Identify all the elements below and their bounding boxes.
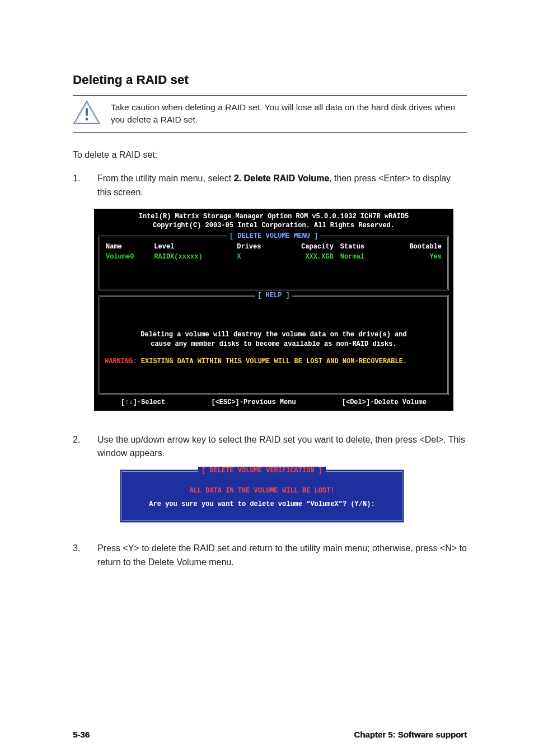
cell-bootable: Yes: [386, 252, 442, 262]
bios-volume-box: Name Level Drives Capacity Status Bootab…: [99, 236, 449, 290]
bios-warning-text: EXISTING DATA WITHIN THIS VOLUME WILL BE…: [137, 358, 407, 365]
bios-help-msg-2: cause any member disks to become availab…: [104, 340, 444, 349]
page-footer: 5-36 Chapter 5: Software support: [73, 696, 467, 739]
bios-help-title: [ HELP ]: [99, 292, 449, 299]
step-3: 3. Press <Y> to delete the RAID set and …: [73, 542, 467, 570]
col-level: Level: [154, 242, 237, 252]
col-drives: Drives: [237, 242, 278, 252]
step-text: Press <Y> to delete the RAID set and ret…: [97, 542, 467, 570]
page-number: 5-36: [73, 730, 90, 739]
bios-volume-table: Name Level Drives Capacity Status Bootab…: [106, 242, 442, 262]
bios-help-msg-1: Deleting a volume will destroy the volum…: [104, 330, 444, 340]
key-previous-menu[interactable]: [<ESC>]-Previous Menu: [211, 398, 296, 406]
dialog-warning: ALL DATA IN THE VOLUME WILL BE LOST!: [122, 487, 402, 495]
cell-capacity: XXX.XGB: [278, 252, 334, 262]
cell-drives: X: [237, 252, 278, 262]
cell-level: RAIDX(xxxxx): [154, 252, 237, 262]
bios-header-line-2: Copyright(C) 2003-05 Intel Corporation. …: [99, 221, 449, 230]
step-text: Use the up/down arrow key to select the …: [97, 433, 467, 461]
key-delete-volume[interactable]: [<Del>]-Delete Volume: [342, 398, 427, 406]
bios-header-line-1: Intel(R) Matrix Storage Manager Option R…: [99, 212, 449, 221]
intro-text: To delete a RAID set:: [73, 148, 467, 162]
svg-rect-2: [86, 108, 88, 116]
table-header-row: Name Level Drives Capacity Status Bootab…: [106, 242, 442, 252]
col-status: Status: [334, 242, 387, 252]
caution-icon: [73, 100, 101, 125]
table-row[interactable]: Volume0 RAIDX(xxxxx) X XXX.XGB Normal Ye…: [106, 252, 442, 262]
bios-delete-volume-screen: Intel(R) Matrix Storage Manager Option R…: [94, 209, 453, 411]
cell-status: Normal: [334, 252, 387, 262]
bios-menu-title-label: [ DELETE VOLUME MENU ]: [227, 232, 320, 240]
bios-warning-label: WARNING:: [105, 358, 137, 365]
svg-point-3: [86, 118, 88, 121]
bios-help-box: Deleting a volume will destroy the volum…: [99, 295, 449, 395]
step-2: 2. Use the up/down arrow key to select t…: [73, 433, 467, 461]
bios-warning-line: WARNING: EXISTING DATA WITHIN THIS VOLUM…: [104, 358, 444, 365]
step-1-pre: From the utility main menu, select: [97, 173, 234, 183]
chapter-title: Chapter 5: Software support: [354, 730, 467, 739]
bios-help-title-label: [ HELP ]: [255, 292, 292, 299]
step-number: 3.: [73, 542, 85, 570]
caution-note: Take caution when deleting a RAID set. Y…: [73, 95, 467, 133]
delete-verification-dialog: [ DELETE VOLUME VERIFICATION ] ALL DATA …: [120, 469, 404, 523]
col-capacity: Capacity: [278, 242, 334, 252]
step-number: 2.: [73, 433, 85, 461]
step-1: 1. From the utility main menu, select 2.…: [73, 172, 467, 200]
dialog-title: [ DELETE VOLUME VERIFICATION ]: [198, 467, 326, 475]
cell-name: Volume0: [106, 252, 154, 262]
col-name: Name: [106, 242, 154, 252]
step-1-menu-name: 2. Delete RAID Volume: [234, 173, 329, 183]
bios-menu-title: [ DELETE VOLUME MENU ]: [99, 232, 449, 240]
bios-key-bar: [↑↓]-Select [<ESC>]-Previous Menu [<Del>…: [99, 395, 449, 408]
step-number: 1.: [73, 172, 85, 200]
step-text: From the utility main menu, select 2. De…: [97, 172, 467, 200]
section-heading: Deleting a RAID set: [73, 73, 467, 87]
dialog-question[interactable]: Are you sure you want to delete volume “…: [122, 500, 402, 508]
col-bootable: Bootable: [386, 242, 442, 252]
key-select[interactable]: [↑↓]-Select: [121, 398, 165, 406]
caution-text: Take caution when deleting a RAID set. Y…: [111, 100, 467, 126]
